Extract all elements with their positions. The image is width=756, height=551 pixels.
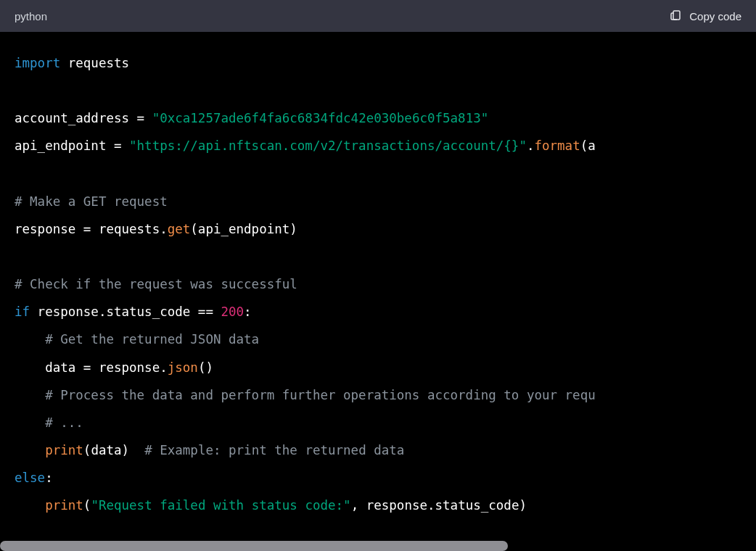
code-text: [15, 443, 45, 457]
code-text: response = requests.: [15, 222, 168, 236]
code-text: account_address =: [15, 111, 152, 125]
comment: # Example: print the returned data: [129, 443, 404, 457]
copy-code-button[interactable]: Copy code: [669, 9, 741, 24]
comment: # Make a GET request: [15, 194, 168, 209]
code-text: requests: [60, 56, 129, 70]
horizontal-scrollbar-thumb[interactable]: [0, 541, 508, 551]
kw-if: if: [15, 304, 30, 319]
code-text: (data): [83, 443, 129, 457]
code-text: (): [198, 360, 213, 375]
clipboard-icon: [669, 9, 682, 24]
language-label: python: [15, 10, 47, 22]
string-literal: "https://api.nftscan.com/v2/transactions…: [129, 138, 527, 153]
code-text: :: [244, 304, 252, 319]
code-text: .: [527, 138, 535, 153]
func-print: print: [45, 443, 83, 457]
code-text: (: [83, 498, 91, 513]
comment: # Get the returned JSON data: [15, 332, 259, 347]
code-text: response.status_code ==: [30, 304, 221, 319]
number-literal: 200: [221, 304, 244, 319]
code-text: (api_endpoint): [190, 222, 297, 236]
code-text: data = response.: [15, 360, 168, 375]
kw-import: import: [15, 56, 60, 70]
comment: # ...: [15, 415, 83, 430]
string-literal: "0xca1257ade6f4fa6c6834fdc42e030be6c0f5a…: [152, 111, 489, 125]
code-text: , response.status_code): [351, 498, 527, 513]
code-text: [15, 498, 45, 513]
comment: # Process the data and perform further o…: [15, 388, 596, 402]
code-text: :: [45, 471, 53, 485]
string-literal: "Request failed with status code:": [91, 498, 350, 513]
code-block-header: python Copy code: [0, 0, 756, 32]
comment: # Check if the request was successful: [15, 277, 297, 291]
method-format: format: [534, 138, 580, 153]
copy-code-label: Copy code: [689, 10, 741, 22]
kw-else: else: [15, 471, 45, 485]
code-content[interactable]: import requests account_address = "0xca1…: [0, 32, 756, 536]
method-json: json: [168, 360, 198, 375]
method-get: get: [168, 222, 191, 236]
code-block-container: python Copy code import requests account…: [0, 0, 756, 551]
code-text: (a: [580, 138, 596, 153]
func-print: print: [45, 498, 83, 513]
code-text: api_endpoint =: [15, 138, 129, 153]
svg-rect-0: [673, 11, 680, 20]
